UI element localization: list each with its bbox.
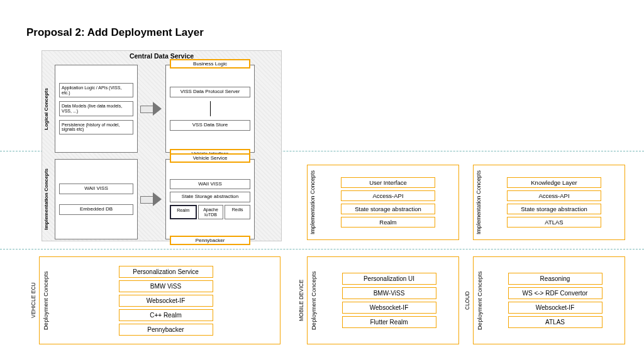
mobile-label: MOBILE DEVICE xyxy=(298,256,304,344)
dep-item: BMW-ViSS xyxy=(342,287,436,299)
impl-item: State storage abstraction xyxy=(507,204,601,214)
db-row: Realm Apache IoTDB Redis xyxy=(170,205,250,219)
logical-left-a: Application Logic / APIs (VISS, etc.) xyxy=(59,83,133,97)
impl-band: Implementation Concepts WAII VISS Embedd… xyxy=(43,159,280,239)
arrow-icon xyxy=(140,194,163,205)
deploy-card-cloud: Deployment Concepts Reasoning WS <-> RDF… xyxy=(473,256,625,344)
dep-stack-mobile: Personalization UI BMW-ViSS Websocket-IF… xyxy=(319,257,458,344)
dep-item: Websocket-IF xyxy=(342,302,436,314)
impl-stack-mobile: User Interface Access-API State storage … xyxy=(318,165,458,239)
page-title: Proposal 2: Add Deployment Layer xyxy=(26,26,204,39)
realm-box: Realm xyxy=(170,205,197,219)
arrow-icon xyxy=(140,103,163,114)
waii-viss-right: WAII VISS xyxy=(170,179,250,190)
impl-card-mobile: Implementation Concepts User Interface A… xyxy=(307,165,459,240)
impl-card-cloud: Implementation Concepts Knowledge Layer … xyxy=(473,165,625,240)
deployment-concepts-label: Deployment Concepts xyxy=(474,257,486,344)
dep-stack-cloud: Reasoning WS <-> RDF Convertor Websocket… xyxy=(486,257,625,344)
impl-item: Access-API xyxy=(341,190,435,201)
logical-band: Logical Concepts Application Logic / API… xyxy=(43,65,280,153)
logical-left-b: Data Models (live data models, VSS, ...) xyxy=(59,101,133,116)
arrow-icon xyxy=(210,101,211,116)
impl-concepts-label: Implementation Concepts xyxy=(474,165,484,239)
dep-item: Personalization Service xyxy=(119,266,213,278)
vss-store-box: VSS Data Store xyxy=(170,120,250,131)
logical-right-column: Business Logic VISS Data Protocol Server… xyxy=(165,65,255,153)
impl-item: ATLAS xyxy=(507,217,601,228)
dep-item: Pennybacker xyxy=(119,324,213,336)
dep-item: Flutter Realm xyxy=(342,316,436,328)
iotdb-box: Apache IoTDB xyxy=(198,205,224,219)
impl-item: State storage abstraction xyxy=(341,204,435,214)
dep-item: ATLAS xyxy=(508,316,602,328)
logical-concepts-label: Logical Concepts xyxy=(43,88,52,130)
cloud-label: CLOUD xyxy=(464,256,470,344)
deployment-concepts-label: Deployment Concepts xyxy=(308,257,319,344)
redis-box: Redis xyxy=(225,205,250,219)
vehicle-service-header: Vehicle Service xyxy=(170,153,250,163)
dep-item: Websocket-IF xyxy=(508,302,602,314)
dep-item: Websocket-IF xyxy=(119,295,213,307)
divider-2 xyxy=(0,249,644,250)
deploy-card-mobile: Deployment Concepts Personalization UI B… xyxy=(307,256,459,344)
impl-stack-cloud: Knowledge Layer Access-API State storage… xyxy=(484,165,625,239)
logical-left-column: Application Logic / APIs (VISS, etc.) Da… xyxy=(55,65,138,153)
waii-viss-left: WAII VISS xyxy=(59,184,133,194)
deploy-card-ecu: Deployment Concepts Personalization Serv… xyxy=(39,256,280,344)
impl-concepts-label: Implementation Concepts xyxy=(43,168,52,230)
dep-item: BMW ViSS xyxy=(119,280,213,292)
impl-item: Access-API xyxy=(507,190,601,201)
impl-item: Knowledge Layer xyxy=(507,177,601,188)
viss-server-box: VISS Data Protocol Server xyxy=(170,87,250,97)
impl-left-column: WAII VISS Embedded DB xyxy=(55,159,138,239)
dep-item: C++ Realm xyxy=(119,309,213,321)
deployment-concepts-label: Deployment Concepts xyxy=(40,257,52,344)
impl-concepts-label: Implementation Concepts xyxy=(308,165,318,239)
impl-item: User Interface xyxy=(341,177,435,188)
impl-item: Realm xyxy=(341,217,435,228)
dep-item: WS <-> RDF Convertor xyxy=(508,287,602,299)
dep-item: Reasoning xyxy=(508,273,602,285)
dep-stack-ecu: Personalization Service BMW ViSS Websock… xyxy=(52,257,280,344)
impl-right-column: Vehicle Service WAII VISS State Storage … xyxy=(165,159,255,239)
embedded-db-box: Embedded DB xyxy=(59,204,133,215)
business-logic-header: Business Logic xyxy=(170,59,250,69)
dep-item: Personalization UI xyxy=(342,273,436,285)
pennybacker-footer: Pennybacker xyxy=(170,236,250,245)
existing-architecture-figure: Central Data Service Logical Concepts Ap… xyxy=(42,50,282,241)
logical-left-c: Persistence (history of model, signals e… xyxy=(59,120,133,134)
state-storage-box: State Storage abstraction xyxy=(170,192,250,202)
ecu-label: VEHICLE ECU xyxy=(30,256,36,344)
